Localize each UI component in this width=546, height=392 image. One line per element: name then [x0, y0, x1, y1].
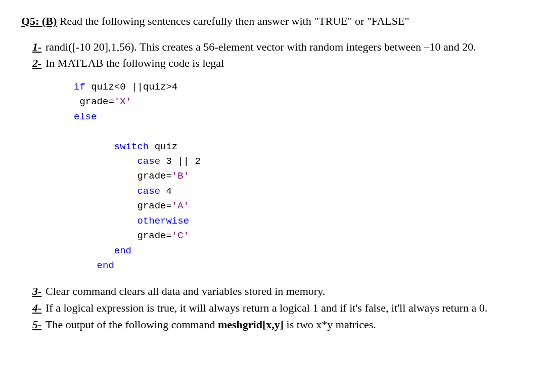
question-header: Q5: (B) Read the following sentences car… [21, 14, 525, 29]
code-string: 'X' [114, 96, 131, 107]
item-text: If a logical expression is true, it will… [46, 301, 487, 314]
code-keyword: case [74, 186, 166, 197]
items-list: 1- randi([-10 20],1,56). This creates a … [21, 40, 525, 332]
code-string: 'B' [172, 170, 189, 182]
question-label: Q5: (B) [21, 15, 57, 27]
code-expr: grade= [74, 96, 114, 107]
list-item: 2- In MATLAB the following code is legal… [32, 56, 525, 273]
code-block: if quiz<0 ||quiz>4 grade='X' else switch… [74, 80, 525, 274]
item-text: Clear command clears all data and variab… [46, 285, 325, 297]
item-text-before: The output of the following command [46, 318, 218, 331]
list-item: 4- If a logical expression is true, it w… [32, 301, 525, 316]
item-bullet: 2- [32, 56, 41, 71]
item-bullet: 3- [32, 284, 41, 299]
item-text: In MATLAB the following code is legal [46, 57, 224, 69]
code-keyword: otherwise [74, 215, 189, 227]
item-bullet: 5- [32, 318, 41, 332]
code-expr: 3 || 2 [166, 156, 200, 167]
code-expr: grade= [74, 230, 172, 241]
list-item: 3- Clear command clears all data and var… [32, 284, 525, 299]
list-item: 5- The output of the following command m… [32, 318, 525, 332]
list-item: 1- randi([-10 20],1,56). This creates a … [32, 40, 525, 55]
code-keyword: switch [74, 141, 155, 152]
code-expr: quiz<0 ||quiz>4 [91, 81, 177, 93]
code-keyword: if [74, 81, 91, 93]
item-bullet: 4- [32, 301, 41, 316]
code-keyword: case [74, 156, 166, 167]
code-string: 'A' [172, 200, 189, 211]
item-bullet: 1- [32, 40, 41, 55]
code-keyword: end [74, 245, 131, 256]
item-text-after: is two x*y matrices. [284, 318, 376, 331]
item-text: randi([-10 20],1,56). This creates a 56-… [46, 40, 476, 53]
code-string: 'C' [172, 230, 189, 241]
code-expr: 4 [166, 186, 171, 197]
question-instruction: Read the following sentences carefully t… [57, 15, 409, 27]
item-bold: meshgrid[x,y] [218, 318, 284, 331]
code-expr: grade= [74, 200, 172, 211]
code-keyword: else [74, 111, 97, 122]
code-expr: grade= [74, 170, 172, 182]
code-expr: quiz [155, 141, 178, 152]
code-keyword: end [74, 260, 114, 271]
